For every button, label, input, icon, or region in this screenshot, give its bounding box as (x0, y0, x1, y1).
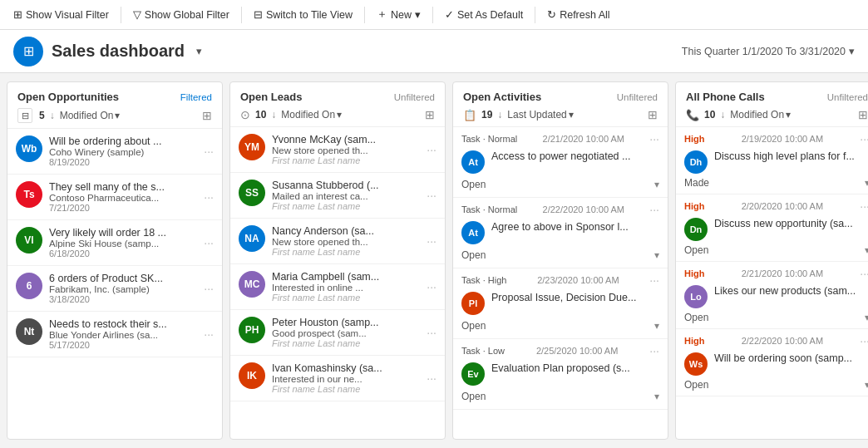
separator-1 (121, 7, 121, 23)
phone-expand-1[interactable]: ▾ (865, 177, 868, 189)
avatar-ik: IK (239, 362, 265, 389)
lead-more-6[interactable]: ··· (427, 372, 436, 385)
lead-more-2[interactable]: ··· (427, 189, 436, 202)
new-dropdown-icon: ▾ (415, 8, 421, 21)
activity-card-4[interactable]: Task · Low 2/25/2020 10:00 AM ··· Ev Eva… (453, 339, 668, 410)
activity-expand-1[interactable]: ▾ (654, 179, 659, 190)
phone-expand-2[interactable]: ▾ (865, 244, 868, 256)
leads-sort-icon: ↓ (271, 109, 276, 121)
avatar-ym: YM (239, 134, 265, 160)
phone-card-3[interactable]: High 2/21/2020 10:00 AM ··· Lo Likes our… (676, 262, 868, 329)
phone-avatar-1: Dh (684, 150, 708, 174)
activity-type-4: Task · Low (461, 346, 505, 356)
phone-status-3: Open (684, 312, 708, 323)
card-more-5[interactable]: ··· (204, 327, 214, 341)
card-date-1: 8/19/2020 (49, 157, 197, 167)
show-global-filter-button[interactable]: ▽ Show Global Filter (126, 5, 236, 24)
avatar-na: NA (239, 225, 265, 252)
lead-card-6[interactable]: IK Ivan Komashinsky (sa... Interested in… (230, 356, 445, 401)
lead-more-4[interactable]: ··· (427, 280, 436, 293)
header-dropdown-icon[interactable]: ▾ (196, 45, 202, 57)
activity-more-3[interactable]: ··· (649, 273, 659, 287)
all-phone-calls-sort[interactable]: Modified On ▾ (730, 109, 791, 121)
activity-date-2: 2/22/2020 10:00 AM (543, 204, 624, 214)
open-opportunities-header: Open Opportunities Filtered ⊟ 5 ↓ Modifi… (7, 82, 222, 129)
card-subtitle-5: Blue Yonder Airlines (sa... (49, 330, 197, 340)
activity-expand-4[interactable]: ▾ (654, 391, 659, 402)
card-more-1[interactable]: ··· (204, 145, 214, 158)
activity-title-2: Agree to above in Sponsor l... (491, 221, 659, 233)
phone-date-4: 2/22/2020 10:00 AM (742, 336, 823, 346)
set-default-button[interactable]: ✓ Set As Default (438, 5, 530, 24)
phone-card-1[interactable]: High 2/19/2020 10:00 AM ··· Dh Discuss h… (676, 127, 868, 194)
tile-view-icon: ⊟ (254, 8, 263, 21)
activity-card-1[interactable]: Task · Normal 2/21/2020 10:00 AM ··· At … (453, 127, 668, 198)
activity-expand-2[interactable]: ▾ (654, 249, 659, 261)
separator-3 (364, 7, 365, 23)
quarter-dropdown-icon[interactable]: ▾ (849, 45, 855, 57)
activity-card-3[interactable]: Task · High 2/23/2020 10:00 AM ··· Pl Pr… (453, 268, 668, 339)
card-subtitle-2: Contoso Pharmaceutica... (49, 193, 197, 203)
phone-expand-4[interactable]: ▾ (865, 379, 868, 391)
lead-more-1[interactable]: ··· (427, 143, 436, 156)
card-more-4[interactable]: ··· (204, 282, 214, 295)
phone-more-3[interactable]: ··· (860, 267, 868, 280)
lead-more-3[interactable]: ··· (427, 234, 436, 248)
new-button[interactable]: ＋ New ▾ (370, 4, 427, 25)
open-activities-count: 19 (481, 109, 492, 121)
refresh-all-button[interactable]: ↻ Refresh All (540, 5, 616, 24)
all-phone-calls-view-options[interactable]: ⊞ (858, 108, 868, 121)
phone-status-1: Made (684, 177, 709, 189)
lead-subtitle-2: Mailed an interest ca... (272, 191, 420, 201)
activity-more-4[interactable]: ··· (649, 344, 659, 357)
phone-card-4[interactable]: High 2/22/2020 10:00 AM ··· Ws Will be o… (676, 329, 868, 396)
lead-card-2[interactable]: SS Susanna Stubberod (... Mailed an inte… (230, 173, 445, 219)
lead-card-5[interactable]: PH Peter Houston (samp... Good prospect … (230, 310, 445, 356)
open-activities-view-options[interactable]: ⊞ (648, 108, 658, 121)
new-icon: ＋ (377, 7, 387, 22)
phone-card-2[interactable]: High 2/20/2020 10:00 AM ··· Dn Discuss n… (676, 194, 868, 262)
opportunity-card-5[interactable]: Nt Needs to restock their s... Blue Yond… (7, 312, 222, 357)
phone-status-2: Open (684, 244, 708, 256)
phone-more-4[interactable]: ··· (860, 334, 868, 347)
card-more-2[interactable]: ··· (204, 190, 214, 204)
leads-icon: ⊙ (240, 108, 250, 121)
activity-type-1: Task · Normal (461, 134, 517, 144)
phone-priority-4: High (684, 336, 704, 346)
card-date-4: 3/18/2020 (49, 294, 197, 304)
card-content-2: They sell many of the s... Contoso Pharm… (49, 181, 197, 213)
lead-subtitle-6: Interested in our ne... (272, 374, 420, 384)
lead-title-6: Ivan Komashinsky (sa... (272, 362, 420, 374)
phone-expand-3[interactable]: ▾ (865, 312, 868, 323)
activity-expand-3[interactable]: ▾ (654, 320, 659, 332)
lead-card-4[interactable]: MC Maria Campbell (sam... Interested in … (230, 264, 445, 310)
open-opportunities-sort[interactable]: Modified On ▾ (60, 110, 121, 121)
opportunity-card-1[interactable]: Wb Will be ordering about ... Coho Winer… (7, 129, 222, 175)
show-visual-filter-button[interactable]: ⊞ Show Visual Filter (7, 5, 116, 24)
opportunity-card-4[interactable]: 6 6 orders of Product SK... Fabrikam, In… (7, 266, 222, 312)
switch-tile-view-button[interactable]: ⊟ Switch to Tile View (247, 5, 359, 24)
phone-status-4: Open (684, 379, 708, 391)
avatar-nt: Nt (16, 318, 42, 345)
open-opportunities-view-options[interactable]: ⊞ (202, 109, 212, 122)
opportunity-card-2[interactable]: Ts They sell many of the s... Contoso Ph… (7, 175, 222, 220)
dashboard: Open Opportunities Filtered ⊟ 5 ↓ Modifi… (0, 73, 868, 448)
lead-card-3[interactable]: NA Nancy Anderson (sa... New store opene… (230, 219, 445, 264)
lead-more-5[interactable]: ··· (427, 326, 436, 339)
opportunity-card-3[interactable]: Vl Very likely will order 18 ... Alpine … (7, 220, 222, 266)
lead-content-1: Yvonne McKay (sam... New store opened th… (272, 134, 420, 165)
open-activities-title: Open Activities (463, 91, 541, 103)
activity-card-2[interactable]: Task · Normal 2/22/2020 10:00 AM ··· At … (453, 198, 668, 268)
activity-more-2[interactable]: ··· (649, 203, 659, 216)
card-content-1: Will be ordering about ... Coho Winery (… (49, 135, 197, 167)
open-activities-sort[interactable]: Last Updated ▾ (507, 109, 573, 121)
page-header: ⊞ Sales dashboard ▾ This Quarter 1/1/202… (0, 30, 868, 73)
phone-more-1[interactable]: ··· (860, 132, 868, 145)
open-leads-view-options[interactable]: ⊞ (425, 108, 435, 121)
phone-more-2[interactable]: ··· (860, 199, 868, 213)
lead-card-1[interactable]: YM Yvonne McKay (sam... New store opened… (230, 127, 445, 173)
open-leads-sort[interactable]: Modified On ▾ (281, 109, 342, 121)
activity-more-1[interactable]: ··· (649, 132, 659, 145)
card-more-3[interactable]: ··· (204, 236, 214, 249)
card-content-4: 6 orders of Product SK... Fabrikam, Inc.… (49, 273, 197, 304)
